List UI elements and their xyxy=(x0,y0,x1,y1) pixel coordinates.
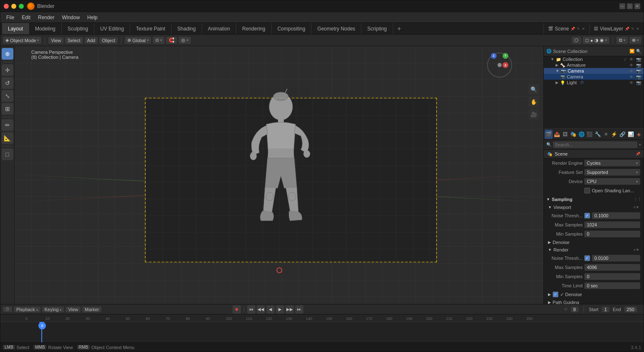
props-pin-icon[interactable]: 📌 xyxy=(636,152,640,156)
tab-shading[interactable]: Shading xyxy=(172,23,202,34)
render-max-samples-input[interactable]: 4096 xyxy=(584,264,640,271)
props-render-icon[interactable]: 🎬 xyxy=(545,130,553,139)
add-cube-tool[interactable]: □ xyxy=(2,148,13,160)
props-physics-icon[interactable]: ⚡ xyxy=(610,130,618,139)
timeline-mode-icon[interactable]: ⏱ xyxy=(3,307,12,312)
tab-uv-editing[interactable]: UV Editing xyxy=(94,23,130,34)
camera-data-visibility-icon[interactable]: 👁 xyxy=(629,75,634,79)
maximize-button[interactable] xyxy=(19,4,24,9)
scale-tool[interactable]: ⤡ xyxy=(2,90,13,102)
annotate-tool[interactable]: ✏ xyxy=(2,119,13,131)
outliner-item-camera[interactable]: ▼ 📷 Camera 👁 📷 xyxy=(544,68,644,74)
sampling-section-title[interactable]: ▼ Sampling ⋮⋮ xyxy=(544,195,644,204)
menu-help[interactable]: Help xyxy=(84,14,101,21)
tab-texture-paint[interactable]: Texture Paint xyxy=(130,23,172,34)
path-guiding-title[interactable]: ▶ Path Guiding xyxy=(544,299,644,304)
zoom-icon-btn[interactable]: 🔍 xyxy=(528,84,539,95)
outliner-search-icon[interactable]: 🔍 xyxy=(636,49,641,53)
feature-set-selector[interactable]: Supported ▾ xyxy=(584,169,640,176)
tab-modeling[interactable]: Modeling xyxy=(29,23,62,34)
render-noise-thresh-checkbox[interactable] xyxy=(584,255,590,261)
collection-camera-icon[interactable]: 📷 xyxy=(635,57,642,62)
current-frame-display[interactable]: 8 xyxy=(571,307,578,312)
outliner-item-armature[interactable]: ▶ 🦴 Armature 👁 📷 xyxy=(544,62,644,68)
end-frame-input[interactable]: 250 xyxy=(624,307,637,312)
hand-pan-btn[interactable]: ✋ xyxy=(528,96,539,107)
jump-end-btn[interactable]: ⏭ xyxy=(295,305,303,314)
tab-sculpting[interactable]: Sculpting xyxy=(62,23,94,34)
mode-selector[interactable]: ◈ Object Mode ▾ xyxy=(3,37,41,44)
record-btn[interactable]: ⏺ xyxy=(232,305,241,314)
props-particles-icon[interactable]: ✳ xyxy=(602,130,610,139)
camera-visibility-icon[interactable]: 👁 xyxy=(629,69,634,73)
object-menu[interactable]: Object xyxy=(99,37,118,44)
step-back-1-btn[interactable]: ◀ xyxy=(266,305,275,314)
shading-selector[interactable]: ◻ ● ◑ ◉ ▾ xyxy=(583,37,609,44)
outliner-item-collection[interactable]: ▼ 📁 Collection ✓ 👁 📷 xyxy=(544,56,644,62)
axis-navigation-widget[interactable]: X Y Z xyxy=(485,50,514,80)
jump-start-btn[interactable]: ⏮ xyxy=(247,305,255,314)
props-collapse-icon[interactable]: ▾ xyxy=(639,143,641,147)
props-constraints-icon[interactable]: 🔗 xyxy=(619,130,626,139)
props-object-icon[interactable]: ⬛ xyxy=(586,130,593,139)
minimize-button[interactable] xyxy=(11,4,16,9)
timeline-view-menu[interactable]: View xyxy=(66,307,81,312)
viewlayer-selector[interactable]: 🖼 ViewLayer 📌 ✎ ✕ xyxy=(589,23,644,34)
transform-tool[interactable]: ⊞ xyxy=(2,103,13,115)
render-list-icon[interactable]: ≡▼ xyxy=(634,248,639,252)
timeline-tracks[interactable]: 8 xyxy=(0,322,644,342)
collection-visibility-icon[interactable]: ✓ xyxy=(623,57,628,62)
outliner-filter-icon[interactable]: 🔽 xyxy=(629,49,634,53)
min-samples-input[interactable]: 0 xyxy=(584,231,640,237)
axis-x-dot[interactable]: X xyxy=(503,62,508,68)
viewport-overlay[interactable]: ⧉ ▾ xyxy=(616,37,628,44)
noise-thresh-input[interactable]: 0.1000 xyxy=(592,212,640,219)
outliner-item-light[interactable]: ▶ 💡 Light ⏱ 👁 📷 xyxy=(544,80,644,85)
outliner-item-camera-data[interactable]: 📷 Camera 👁 📷 xyxy=(544,74,644,80)
viewport-sub-title[interactable]: ▼ Viewport ≡▼ xyxy=(544,204,644,211)
camera-data-render-icon[interactable]: 📷 xyxy=(635,75,642,79)
gizmo-toggle[interactable]: ⊕ ▾ xyxy=(629,37,641,44)
props-output-icon[interactable]: 📤 xyxy=(553,130,561,139)
props-search-input[interactable] xyxy=(553,141,637,148)
rotate-tool[interactable]: ↺ xyxy=(2,77,13,89)
props-scene-icon[interactable]: 🎭 xyxy=(569,130,577,139)
measure-tool[interactable]: 📐 xyxy=(2,132,13,144)
menu-render[interactable]: Render xyxy=(35,14,58,21)
render-sub-title[interactable]: ▼ Render ≡▼ xyxy=(544,246,644,254)
add-menu[interactable]: Add xyxy=(85,37,98,44)
playback-menu[interactable]: Playback ▾ xyxy=(14,307,40,312)
camera-view-btn[interactable]: 🎥 xyxy=(528,109,539,120)
max-samples-input[interactable]: 1024 xyxy=(584,221,640,228)
tab-rendering[interactable]: Rendering xyxy=(236,23,271,34)
props-view-layer-icon[interactable]: 🖼 xyxy=(561,130,569,139)
menu-edit[interactable]: Edit xyxy=(18,14,34,21)
step-fwd-btn[interactable]: ▶▶ xyxy=(285,305,294,314)
window-min-btn[interactable]: ─ xyxy=(619,3,625,9)
noise-thresh-checkbox[interactable] xyxy=(584,213,590,219)
props-modifier-icon[interactable]: 🔧 xyxy=(594,130,602,139)
move-tool[interactable]: ✛ xyxy=(2,64,13,76)
marker-menu[interactable]: Marker xyxy=(82,307,101,312)
menu-window[interactable]: Window xyxy=(58,14,83,21)
keying-menu[interactable]: Keying ▾ xyxy=(42,307,64,312)
tab-geometry-nodes[interactable]: Geometry Nodes xyxy=(311,23,361,34)
props-material-icon[interactable]: ◈ xyxy=(635,130,643,139)
timeline-body[interactable]: 0 10 20 30 40 50 60 70 80 90 100 110 120… xyxy=(0,314,644,342)
transform-space[interactable]: ⊕ Global ▾ xyxy=(125,37,151,44)
scene-selector[interactable]: 🎬 Scene 📌 ✎ ✕ xyxy=(543,23,589,34)
menu-file[interactable]: File xyxy=(3,14,18,21)
start-frame-input[interactable]: 1 xyxy=(602,307,609,312)
tab-animation[interactable]: Animation xyxy=(202,23,236,34)
cursor-tool[interactable]: ⊕ xyxy=(2,48,13,60)
select-menu[interactable]: Select xyxy=(65,37,83,44)
render-min-samples-input[interactable]: 0 xyxy=(584,273,640,280)
snap-toggle[interactable]: 🧲 xyxy=(166,37,177,44)
window-close-btn[interactable]: ✕ xyxy=(634,3,640,9)
props-scroll-area[interactable]: Render Engine Cycles ▾ Feature Set Suppo… xyxy=(544,158,644,304)
armature-render-icon[interactable]: 📷 xyxy=(635,63,642,68)
render-denoise-title[interactable]: ▶ ✓ Denoise xyxy=(544,290,644,299)
collection-render-icon[interactable]: 👁 xyxy=(629,57,634,62)
axis-z-dot[interactable]: Z xyxy=(491,53,497,59)
time-limit-input[interactable]: 0 sec xyxy=(584,282,640,289)
